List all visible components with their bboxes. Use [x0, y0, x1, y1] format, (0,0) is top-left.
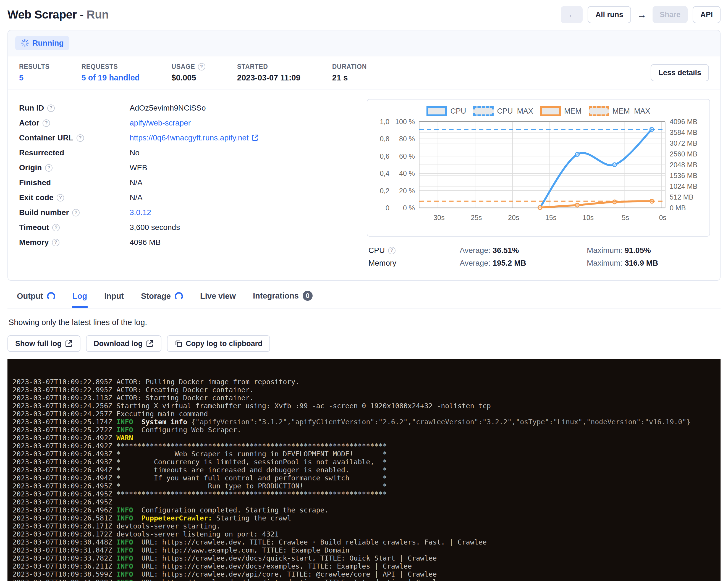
- svg-text:0: 0: [386, 204, 389, 212]
- log-line: 2023-03-07T10:09:26.492Z WARN: [12, 434, 721, 442]
- detail-row: Memory?4096 MB: [19, 235, 367, 250]
- detail-label: Container URL?: [19, 133, 130, 142]
- svg-text:60 %: 60 %: [399, 152, 415, 160]
- detail-label: Memory?: [19, 238, 130, 247]
- tab-label: Integrations: [253, 291, 299, 300]
- log-line: 2023-03-07T10:09:24.257Z Executing main …: [12, 410, 721, 418]
- legend-item-mem_max[interactable]: MEM_MAX: [589, 106, 650, 116]
- less-details-button[interactable]: Less details: [651, 64, 709, 81]
- spinner-icon: [47, 292, 55, 300]
- stat-results: RESULTS 5: [19, 63, 50, 82]
- usage-stats: CPU? Average: 36.51% Maximum: 91.05% Mem…: [367, 246, 710, 268]
- help-icon[interactable]: ?: [77, 134, 84, 142]
- copy-log-button[interactable]: Copy log to clipboard: [167, 335, 270, 352]
- tab-label: Log: [72, 292, 87, 301]
- memory-average: Average: 195.2 MB: [460, 259, 587, 268]
- results-value-link[interactable]: 5: [19, 73, 50, 82]
- usage-chart: 1,00,80,60,40,20100 %80 %60 %40 %20 %0 %…: [373, 118, 699, 232]
- help-icon[interactable]: ?: [52, 224, 60, 231]
- detail-label: Run ID?: [19, 104, 130, 112]
- show-full-log-button[interactable]: Show full log: [7, 335, 80, 352]
- tab-storage[interactable]: Storage: [140, 288, 184, 308]
- detail-value: WEB: [130, 163, 147, 172]
- tab-input[interactable]: Input: [104, 288, 124, 308]
- chart-legend: CPUCPU_MAXMEMMEM_MAX: [373, 106, 704, 116]
- detail-value[interactable]: https://0q64wnacgyft.runs.apify.net: [130, 133, 259, 142]
- tab-integrations[interactable]: Integrations0: [252, 287, 313, 308]
- usage-help-icon[interactable]: ?: [198, 63, 205, 71]
- log-line: 2023-03-07T10:09:26.495Z * Run type to P…: [12, 482, 721, 490]
- detail-value: AdOz5evimh9NCiSSo: [130, 104, 206, 112]
- log-line: 2023-03-07T10:09:26.493Z * Concurrency i…: [12, 458, 721, 466]
- log-line: 2023-03-07T10:09:25.272Z INFO Configurin…: [12, 426, 721, 434]
- detail-row: FinishedN/A: [19, 175, 367, 190]
- tab-live-view[interactable]: Live view: [200, 288, 236, 308]
- external-link-icon: [65, 340, 73, 347]
- help-icon[interactable]: ?: [47, 104, 55, 112]
- memory-maximum: Maximum: 316.9 MB: [587, 259, 710, 268]
- svg-text:0 MB: 0 MB: [670, 204, 686, 212]
- api-button[interactable]: API: [693, 6, 721, 23]
- svg-text:512 MB: 512 MB: [670, 193, 694, 201]
- svg-text:0,2: 0,2: [380, 187, 389, 194]
- detail-value[interactable]: 3.0.12: [130, 208, 151, 217]
- all-runs-button[interactable]: All runs: [588, 6, 631, 23]
- log-line: 2023-03-07T10:09:26.494Z * If you want f…: [12, 474, 721, 482]
- detail-value[interactable]: apify/web-scraper: [130, 118, 191, 127]
- tab-label: Output: [17, 292, 43, 301]
- legend-item-cpu[interactable]: CPU: [426, 106, 466, 116]
- help-icon[interactable]: ?: [52, 239, 59, 246]
- detail-row: Container URL?https://0q64wnacgyft.runs.…: [19, 130, 367, 146]
- help-icon[interactable]: ?: [43, 120, 50, 127]
- download-log-button[interactable]: Download log: [86, 335, 161, 352]
- tab-label: Storage: [141, 292, 171, 301]
- svg-text:3072 MB: 3072 MB: [670, 139, 697, 147]
- detail-row: Timeout?3,600 seconds: [19, 220, 367, 235]
- legend-item-mem[interactable]: MEM: [540, 106, 581, 116]
- svg-text:40 %: 40 %: [399, 169, 415, 177]
- log-line: 2023-03-07T10:09:26.493Z * Web Scraper i…: [12, 450, 721, 458]
- log-line: 2023-03-07T10:09:24.256Z Starting X virt…: [12, 402, 721, 410]
- stat-started: STARTED 2023-03-07 11:09: [237, 63, 301, 82]
- cpu-average: Average: 36.51%: [460, 246, 587, 255]
- tab-label: Live view: [200, 292, 236, 301]
- log-line: 2023-03-07T10:09:33.782Z INFO URL: https…: [12, 554, 721, 562]
- log-terminal: 2023-03-07T10:09:22.895Z ACTOR: Pulling …: [7, 359, 721, 581]
- svg-text:20 %: 20 %: [399, 187, 415, 194]
- help-icon[interactable]: ?: [57, 194, 64, 202]
- detail-value: No: [130, 149, 139, 157]
- legend-item-cpu_max[interactable]: CPU_MAX: [473, 106, 533, 116]
- tab-log[interactable]: Log: [72, 288, 87, 308]
- log-line: 2023-03-07T10:09:41.939Z INFO URL: https…: [12, 578, 721, 581]
- detail-row: Origin?WEB: [19, 160, 367, 175]
- previous-run-button[interactable]: ←: [561, 6, 582, 23]
- log-line: 2023-03-07T10:09:38.599Z INFO URL: https…: [12, 570, 721, 578]
- log-line: 2023-03-07T10:09:31.847Z INFO URL: http:…: [12, 546, 721, 554]
- log-line: 2023-03-07T10:09:22.895Z ACTOR: Pulling …: [12, 378, 721, 386]
- svg-text:100 %: 100 %: [395, 118, 415, 126]
- detail-row: Run ID?AdOz5evimh9NCiSSo: [19, 101, 367, 115]
- legend-swatch: [426, 106, 447, 116]
- svg-text:-25s: -25s: [468, 214, 482, 221]
- log-line: 2023-03-07T10:09:23.113Z ACTOR: Starting…: [12, 394, 721, 402]
- svg-text:-15s: -15s: [543, 214, 557, 221]
- log-line: 2023-03-07T10:09:30.448Z INFO URL: https…: [12, 538, 721, 546]
- run-detail-card: Running RESULTS 5 REQUESTS 5 of 19 handl…: [7, 30, 721, 281]
- stat-usage: USAGE? $0.005: [172, 63, 205, 82]
- spinner-icon: [175, 292, 183, 300]
- help-icon[interactable]: ?: [72, 209, 80, 216]
- status-strip: Running: [8, 30, 720, 56]
- svg-text:80 %: 80 %: [399, 135, 415, 142]
- detail-label: Actor?: [19, 118, 130, 127]
- svg-text:-20s: -20s: [506, 214, 519, 221]
- log-line: 2023-03-07T10:09:26.492Z ***************…: [12, 442, 721, 450]
- svg-text:-30s: -30s: [431, 214, 445, 221]
- next-run-arrow-icon[interactable]: →: [636, 9, 648, 20]
- page-header: Web Scraper - Run ← All runs → Share API: [7, 6, 721, 23]
- share-button[interactable]: Share: [653, 6, 687, 23]
- help-icon[interactable]: ?: [45, 164, 53, 171]
- cpu-help-icon[interactable]: ?: [388, 247, 395, 254]
- cpu-maximum: Maximum: 91.05%: [587, 246, 710, 255]
- tab-output[interactable]: Output: [16, 288, 56, 308]
- requests-value-link[interactable]: 5 of 19 handled: [81, 73, 139, 82]
